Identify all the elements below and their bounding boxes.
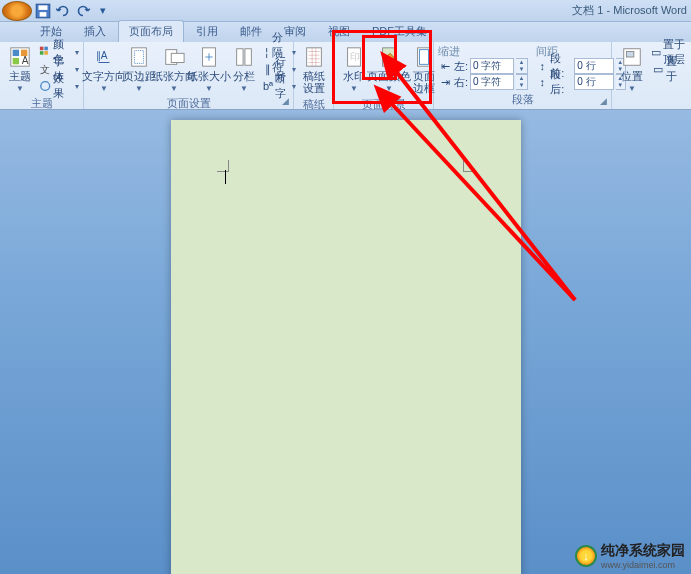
- svg-rect-11: [44, 51, 48, 55]
- chevron-down-icon: ▼: [16, 84, 24, 93]
- indent-left-icon: ⇤: [438, 59, 452, 73]
- group-label-arrange: [616, 95, 687, 109]
- text-cursor: [225, 170, 226, 184]
- margins-icon: [128, 46, 150, 68]
- group-page-setup: ∥A文字方向▼ 页边距▼ 纸张方向▼ 纸张大小▼ 分栏▼ ¦分隔符▾ ∥行号▾ …: [84, 42, 294, 109]
- indent-right-spinner[interactable]: ▲▼: [516, 74, 528, 90]
- gaozhi-button[interactable]: 稿纸 设置: [298, 44, 330, 96]
- title-bar: ▾ 文档 1 - Microsoft Word: [0, 0, 691, 22]
- page-color-button[interactable]: 页面颜色▼: [373, 44, 405, 95]
- position-icon: [621, 46, 643, 68]
- text-direction-button[interactable]: ∥A文字方向▼: [88, 44, 120, 95]
- hyphenation-button[interactable]: bª断字▾: [263, 78, 296, 94]
- themes-button[interactable]: A 主题 ▼: [4, 44, 36, 95]
- group-arrange: 位置▼ ▭置于顶层 ▭置于: [612, 42, 691, 109]
- tab-view[interactable]: 视图: [318, 21, 360, 42]
- tab-pdf-tools[interactable]: PDF工具集: [362, 21, 437, 42]
- size-icon: [198, 46, 220, 68]
- size-button[interactable]: 纸张大小▼: [193, 44, 225, 95]
- columns-icon: [233, 46, 255, 68]
- themes-icon: A: [9, 46, 31, 68]
- group-page-background: 印水印▼ 页面颜色▼ 页面 边框 页面背景: [334, 42, 434, 109]
- watermark-url: www.yidaimei.com: [601, 560, 685, 570]
- undo-icon[interactable]: [54, 2, 72, 20]
- group-label-paragraph: 段落: [438, 91, 607, 108]
- svg-rect-21: [245, 49, 251, 66]
- colors-icon: [39, 45, 51, 59]
- send-back-icon: ▭: [651, 62, 664, 76]
- tab-mailings[interactable]: 邮件: [230, 21, 272, 42]
- margin-marker-tr: [463, 160, 475, 172]
- position-button[interactable]: 位置▼: [616, 44, 648, 95]
- svg-rect-18: [171, 53, 184, 62]
- svg-rect-20: [237, 49, 243, 66]
- group-themes: A 主题 ▼ 颜色▾ 文字体▾ 效果▾ 主题: [0, 42, 84, 109]
- space-after-input[interactable]: 0 行: [574, 74, 613, 90]
- columns-button[interactable]: 分栏▼: [228, 44, 260, 95]
- document-area[interactable]: [0, 110, 691, 574]
- margin-marker-tl: [217, 160, 229, 172]
- bring-front-icon: ▭: [651, 45, 661, 59]
- page-setup-launcher[interactable]: ◢: [279, 96, 291, 108]
- breaks-icon: ¦: [263, 45, 270, 59]
- site-watermark: ↓ 纯净系统家园 www.yidaimei.com: [575, 542, 685, 570]
- hyphen-icon: bª: [263, 79, 273, 93]
- svg-rect-1: [39, 5, 48, 10]
- svg-text:A: A: [22, 55, 29, 66]
- window-title: 文档 1 - Microsoft Word: [572, 3, 687, 18]
- watermark-name: 纯净系统家园: [601, 542, 685, 560]
- send-back-button[interactable]: ▭置于: [651, 61, 687, 77]
- svg-text:印: 印: [350, 51, 360, 62]
- fonts-icon: 文: [39, 62, 51, 76]
- page-color-icon: [378, 46, 400, 68]
- group-paragraph: 缩进 ⇤ 左: 0 字符 ▲▼ ⇥ 右: 0 字符 ▲▼ 间距 ↕: [434, 42, 612, 109]
- svg-rect-29: [627, 52, 634, 58]
- page-border-icon: [413, 46, 435, 68]
- quick-access-toolbar: ▾: [34, 2, 112, 20]
- space-after-icon: ↕: [536, 75, 548, 89]
- indent-left-row: ⇤ 左: 0 字符 ▲▼: [438, 58, 528, 74]
- ribbon-tabstrip: 开始 插入 页面布局 引用 邮件 审阅 视图 PDF工具集: [0, 22, 691, 42]
- save-icon[interactable]: [34, 2, 52, 20]
- indent-right-input[interactable]: 0 字符: [470, 74, 514, 90]
- tab-references[interactable]: 引用: [186, 21, 228, 42]
- ribbon: A 主题 ▼ 颜色▾ 文字体▾ 效果▾ 主题 ∥A文字方向▼ 页边距▼ 纸张方向…: [0, 42, 691, 110]
- space-before-input[interactable]: 0 行: [574, 58, 613, 74]
- redo-icon[interactable]: [74, 2, 92, 20]
- tab-insert[interactable]: 插入: [74, 21, 116, 42]
- watermark-button[interactable]: 印水印▼: [338, 44, 370, 95]
- svg-rect-4: [13, 50, 19, 56]
- svg-text:∥A: ∥A: [96, 50, 108, 62]
- tab-page-layout[interactable]: 页面布局: [118, 20, 184, 42]
- paragraph-launcher[interactable]: ◢: [597, 96, 609, 108]
- qat-dropdown-icon[interactable]: ▾: [94, 2, 112, 20]
- watermark-icon: 印: [343, 46, 365, 68]
- watermark-logo-icon: ↓: [575, 545, 597, 567]
- group-gaozhi: 稿纸 设置 稿纸: [294, 42, 334, 109]
- indent-right-icon: ⇥: [438, 75, 452, 89]
- indent-left-input[interactable]: 0 字符: [470, 58, 514, 74]
- svg-rect-22: [307, 48, 322, 66]
- svg-rect-2: [40, 12, 47, 17]
- office-button[interactable]: [2, 1, 32, 21]
- indent-heading: 缩进: [438, 44, 528, 58]
- page-canvas[interactable]: [171, 120, 521, 574]
- orientation-icon: [163, 46, 185, 68]
- svg-rect-8: [40, 47, 44, 51]
- space-before-icon: ↕: [536, 59, 548, 73]
- svg-rect-6: [13, 58, 19, 64]
- svg-text:文: 文: [40, 64, 50, 75]
- indent-left-spinner[interactable]: ▲▼: [516, 58, 528, 74]
- svg-point-13: [41, 82, 50, 91]
- effects-icon: [39, 79, 51, 93]
- theme-effects-button[interactable]: 效果▾: [39, 78, 79, 94]
- svg-rect-9: [44, 47, 48, 51]
- svg-rect-10: [40, 51, 44, 55]
- gaozhi-icon: [303, 46, 325, 68]
- orientation-button[interactable]: 纸张方向▼: [158, 44, 190, 95]
- indent-right-row: ⇥ 右: 0 字符 ▲▼: [438, 74, 528, 90]
- line-num-icon: ∥: [263, 62, 273, 76]
- margins-button[interactable]: 页边距▼: [123, 44, 155, 95]
- text-direction-icon: ∥A: [93, 46, 115, 68]
- themes-label: 主题: [9, 70, 31, 82]
